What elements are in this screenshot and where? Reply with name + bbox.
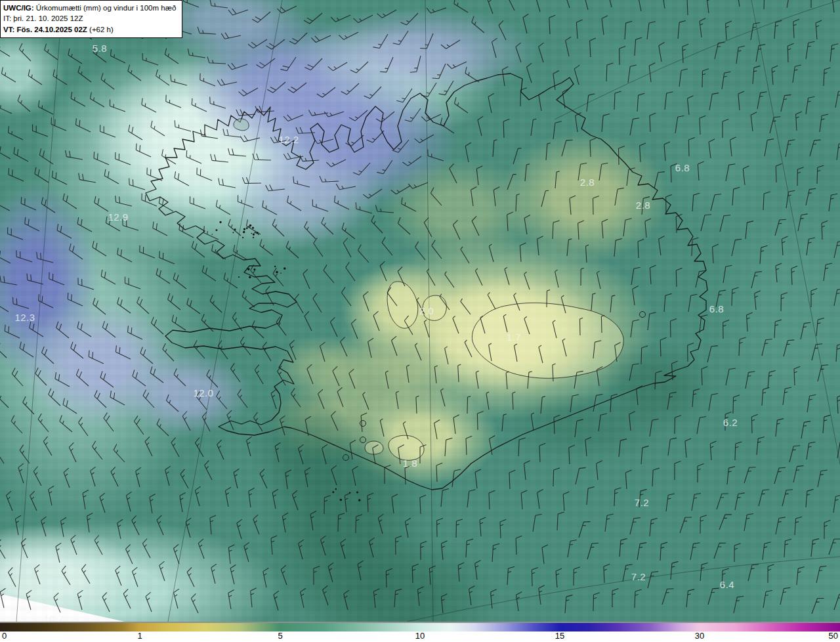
lead-time: (+62 h) [89, 26, 114, 33]
colorbar-tick: 10 [415, 631, 425, 641]
colorbar-gradient [0, 622, 840, 631]
map-title: Úrkomumætti (mm) og vindur i 100m hæð [36, 4, 176, 12]
wind-speed-label: 2.8 [580, 177, 595, 188]
wind-speed-label: 6.8 [709, 303, 724, 314]
wind-speed-label: 6.2 [723, 417, 738, 428]
title-line-model: UWC/IG: Úrkomumætti (mm) og vindur i 100… [3, 3, 176, 13]
valid-label: VT: [3, 26, 14, 33]
wind-speed-label: 7.2 [635, 497, 649, 508]
weather-map-frame: 5.812.212.96.82.82.812.32.06.81.712.06.2… [0, 0, 840, 642]
wind-speed-label: 1.7 [507, 332, 521, 343]
title-box: UWC/IG: Úrkomumætti (mm) og vindur i 100… [0, 0, 182, 38]
wind-speed-label: 12.3 [14, 312, 35, 323]
init-label: IT: [3, 14, 11, 22]
title-line-init: IT: þri. 21. 10. 2025 12Z [3, 13, 176, 24]
colorbar-tick: 5 [278, 631, 282, 641]
precipitation-map: 5.812.212.96.82.82.812.32.06.81.712.06.2… [0, 0, 840, 622]
wind-speed-label: 2.0 [419, 305, 434, 316]
model-label: UWC/IG: [3, 4, 34, 12]
colorbar-tick: 50 [829, 631, 838, 641]
wind-speed-label: 10.7 [43, 613, 64, 622]
valid-time: Fös. 24.10.2025 02Z [16, 26, 87, 33]
wind-speed-label: 6.8 [675, 162, 690, 173]
colorbar: 01510153050 [0, 622, 840, 642]
glacier-outlines [234, 119, 623, 460]
wind-speed-label: 12.0 [193, 387, 213, 398]
colorbar-tick: 0 [2, 631, 7, 641]
colorbar-tick-labels: 01510153050 [0, 631, 840, 642]
wind-speed-label: 7.2 [631, 571, 646, 582]
wind-speed-label: 12.2 [278, 134, 299, 145]
wind-speed-label: 1.8 [403, 458, 417, 469]
title-line-valid: VT: Fös. 24.10.2025 02Z (+62 h) [3, 24, 176, 35]
colorbar-tick: 15 [555, 631, 564, 641]
wind-speed-label: 2.8 [636, 200, 650, 211]
wind-speed-label: 12.9 [108, 211, 128, 223]
wind-speed-label: 6.4 [720, 579, 734, 590]
colorbar-tick: 30 [695, 631, 704, 641]
wind-speed-label: 5.8 [93, 43, 107, 54]
colorbar-tick: 1 [137, 631, 142, 641]
init-time: þri. 21. 10. 2025 12Z [13, 14, 83, 22]
